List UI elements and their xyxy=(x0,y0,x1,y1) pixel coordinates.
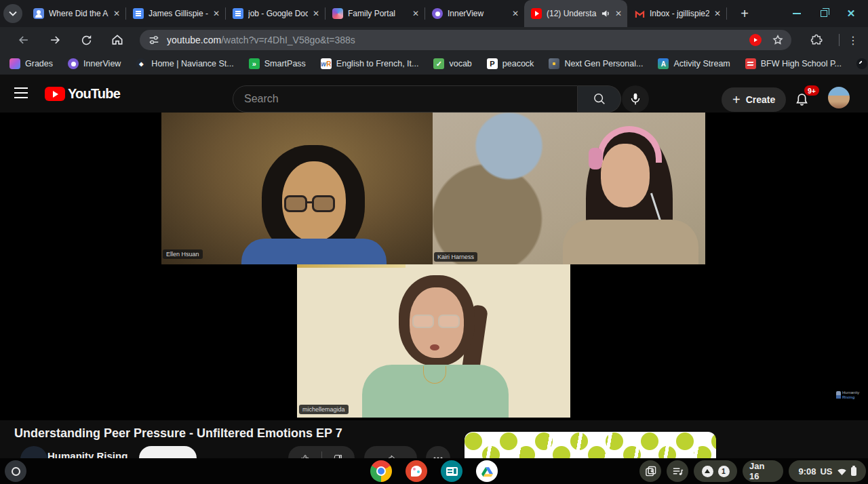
bookmark-vocab[interactable]: ✓vocab xyxy=(433,58,471,69)
tab-title: Family Portal xyxy=(348,9,408,18)
minimize-button[interactable] xyxy=(792,9,802,18)
bookmark-label: Home | Naviance St... xyxy=(151,59,233,68)
close-icon[interactable]: ✕ xyxy=(213,9,220,18)
google-docs-favicon xyxy=(133,8,144,19)
tab-james-gillispie[interactable]: James Gillispie - ✕ xyxy=(126,0,225,27)
tab-family-portal[interactable]: Family Portal ✕ xyxy=(326,0,425,27)
bookmark-label: BFW High School P... xyxy=(761,59,842,68)
restore-window-button[interactable] xyxy=(819,9,829,18)
tab-search-button[interactable] xyxy=(3,4,22,23)
person-figure xyxy=(563,220,698,264)
home-button[interactable] xyxy=(110,33,125,47)
bookmark-wordreference[interactable]: wREnglish to French, It... xyxy=(321,58,419,69)
family-portal-favicon xyxy=(332,8,343,19)
peacock-favicon: P xyxy=(487,58,498,69)
person-figure xyxy=(438,315,460,328)
microphone-icon xyxy=(628,92,643,106)
calendar-date-button[interactable]: Jan 16 xyxy=(743,460,783,482)
tab-title: (12) Understa xyxy=(547,9,597,18)
forward-button[interactable] xyxy=(47,33,62,47)
notification-count-badge: 9+ xyxy=(804,85,819,96)
watermark-text: Rising xyxy=(842,395,859,400)
audio-speaker-icon[interactable] xyxy=(601,9,610,18)
bfw-favicon xyxy=(745,58,756,69)
tab-title: InnerView xyxy=(448,9,507,18)
bookmark-star-icon[interactable] xyxy=(771,33,785,47)
tab-youtube-active[interactable]: (12) Understa ✕ xyxy=(524,0,627,27)
create-button[interactable]: + Create xyxy=(722,87,786,112)
create-label: Create xyxy=(746,94,776,105)
reload-button[interactable] xyxy=(79,33,94,47)
tab-innerview[interactable]: InnerView ✕ xyxy=(425,0,524,27)
bookmark-label: peacock xyxy=(502,59,534,68)
wr-r: R xyxy=(326,60,331,68)
participant-video-michelle: michellemagida xyxy=(297,264,570,418)
close-window-button[interactable]: ✕ xyxy=(846,9,856,18)
new-tab-button[interactable]: + xyxy=(735,4,754,23)
bookmark-peacock[interactable]: Ppeacock xyxy=(487,58,534,69)
date-label: Jan 16 xyxy=(749,461,776,481)
tab-title: Where Did the Ap xyxy=(49,9,108,18)
update-available-icon xyxy=(702,466,713,477)
launcher-button[interactable] xyxy=(5,460,26,482)
participant-video-ellen: Ellen Hsuan xyxy=(161,113,433,264)
tab-separator xyxy=(726,7,727,20)
canvas-app-icon[interactable] xyxy=(406,460,427,482)
vocab-favicon: ✓ xyxy=(433,58,444,69)
account-avatar[interactable] xyxy=(828,87,850,108)
bookmark-label: SmartPass xyxy=(264,59,306,68)
search-input[interactable] xyxy=(244,93,566,105)
media-session-youtube-icon[interactable] xyxy=(749,34,762,46)
toolbar-separator xyxy=(839,34,840,46)
bookmarks-bar: Grades InnerView ◆Home | Naviance St... … xyxy=(0,53,868,75)
search-button[interactable] xyxy=(578,85,621,113)
address-bar[interactable]: youtube.com/watch?v=r4DhI_V58go&t=388s xyxy=(140,30,791,50)
guide-menu-icon[interactable] xyxy=(14,87,28,98)
close-icon[interactable]: ✕ xyxy=(313,9,319,18)
bookmark-ap-classroom[interactable]: AP Classroom xyxy=(856,58,868,69)
bookmark-label: Activity Stream xyxy=(673,59,730,68)
close-icon[interactable]: ✕ xyxy=(113,9,120,18)
google-drive-app-icon[interactable] xyxy=(476,460,498,482)
voice-search-button[interactable] xyxy=(622,85,649,113)
extensions-icon[interactable] xyxy=(809,33,824,47)
tab-where-did-the-ap[interactable]: Where Did the Ap ✕ xyxy=(26,0,125,27)
close-icon[interactable]: ✕ xyxy=(412,9,419,18)
person-figure xyxy=(241,239,387,264)
browser-menu-icon[interactable]: ⋮ xyxy=(846,34,860,47)
bookmark-innerview[interactable]: InnerView xyxy=(68,58,121,69)
video-player[interactable]: Ellen Hsuan Kairi Harness michellemagida… xyxy=(0,113,868,420)
tab-title: Inbox - jgillispie2 xyxy=(650,9,709,18)
tab-gmail-inbox[interactable]: Inbox - jgillispie2 ✕ xyxy=(627,0,726,27)
bookmark-ngpf[interactable]: Next Gen Personal... xyxy=(549,58,643,69)
close-icon[interactable]: ✕ xyxy=(512,9,519,18)
bookmark-grades[interactable]: Grades xyxy=(9,58,53,69)
site-settings-icon[interactable] xyxy=(148,34,160,46)
close-icon[interactable]: ✕ xyxy=(615,9,622,18)
screencast-app-icon[interactable] xyxy=(441,460,462,482)
bookmark-activity-stream[interactable]: AActivity Stream xyxy=(658,58,730,69)
screen-capture-button[interactable] xyxy=(639,460,661,482)
chrome-app-icon[interactable] xyxy=(370,460,392,482)
tab-title: job - Google Docs xyxy=(248,9,308,18)
watermark-text: Humanity xyxy=(842,390,859,395)
contact-favicon xyxy=(33,8,44,19)
back-button[interactable] xyxy=(16,33,31,47)
media-controls-button[interactable] xyxy=(667,460,688,482)
hand-logo-icon xyxy=(836,391,841,399)
bookmark-bfw[interactable]: BFW High School P... xyxy=(745,58,842,69)
browser-tab-strip: Where Did the Ap ✕ James Gillispie - ✕ j… xyxy=(0,0,868,27)
bookmark-smartpass[interactable]: »SmartPass xyxy=(249,58,306,69)
search-box[interactable] xyxy=(233,85,578,113)
channel-watermark[interactable]: HumanityRising xyxy=(836,390,859,399)
url-host: youtube.com xyxy=(167,35,221,45)
url-text[interactable]: youtube.com/watch?v=r4DhI_V58go&t=388s xyxy=(167,35,749,45)
close-icon[interactable]: ✕ xyxy=(714,9,721,18)
tab-job-google-docs[interactable]: job - Google Docs ✕ xyxy=(226,0,325,27)
person-figure xyxy=(284,195,307,212)
notification-tray[interactable]: 1 xyxy=(694,460,737,482)
wifi-icon xyxy=(837,467,847,476)
bookmark-naviance[interactable]: ◆Home | Naviance St... xyxy=(136,58,233,69)
status-tray-button[interactable]: 9:08 US xyxy=(789,460,866,482)
youtube-logo[interactable]: YouTube xyxy=(45,86,120,102)
